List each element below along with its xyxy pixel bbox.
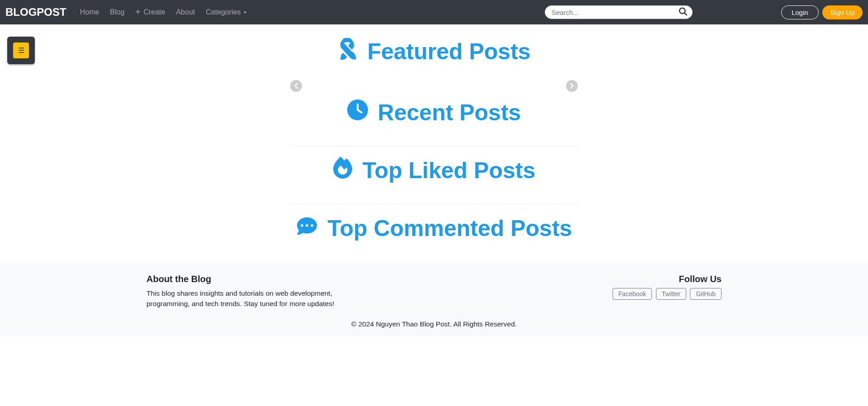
github-link[interactable]: GitHub: [690, 288, 722, 300]
nav-create[interactable]: Create: [130, 5, 170, 20]
signup-button[interactable]: Sign Up: [822, 5, 863, 19]
comment-dots-icon: [296, 215, 318, 241]
footer-about-text: This blog shares insights and tutorials …: [146, 288, 345, 309]
brand-logo[interactable]: BLOGPOST: [5, 6, 66, 19]
nav-about[interactable]: About: [170, 5, 200, 20]
search-input[interactable]: [545, 5, 693, 19]
featured-posts-heading: Featured Posts: [337, 38, 530, 65]
sidebar-toggle-box: ☰: [7, 37, 35, 64]
top-commented-title: Top Commented Posts: [328, 215, 572, 241]
top-liked-title: Top Liked Posts: [363, 157, 535, 184]
fire-icon: [333, 157, 353, 184]
featured-posts-title: Featured Posts: [367, 38, 530, 65]
search-form: [545, 5, 693, 19]
sidebar-toggle-button[interactable]: ☰: [13, 42, 29, 58]
top-commented-heading: Top Commented Posts: [296, 215, 572, 241]
carousel-prev-button[interactable]: [290, 80, 302, 94]
login-button[interactable]: Login: [781, 5, 819, 19]
carousel-next-button[interactable]: [566, 80, 578, 94]
nav-categories[interactable]: Categories: [200, 5, 252, 20]
featured-carousel: [290, 78, 578, 96]
facebook-link[interactable]: Facebook: [613, 288, 652, 300]
nav-links: Home Blog Create About Categories: [75, 5, 253, 20]
social-links: Facebook Twitter GitHub: [611, 288, 722, 300]
auth-buttons: Login Sign Up: [781, 5, 863, 19]
footer-copyright: © 2024 Nguyen Thao Blog Post. All Rights…: [146, 320, 722, 328]
divider: [290, 146, 578, 146]
plus-icon: [135, 8, 141, 16]
recent-posts-title: Recent Posts: [378, 99, 521, 126]
nav-home[interactable]: Home: [75, 5, 105, 20]
nav-blog[interactable]: Blog: [104, 5, 130, 20]
main-container: Featured Posts Recent Posts Top Liked Po…: [141, 24, 727, 254]
content: Featured Posts Recent Posts Top Liked Po…: [146, 24, 722, 254]
footer-row: About the Blog This blog shares insights…: [146, 274, 722, 309]
clock-icon: [347, 99, 368, 126]
search-button[interactable]: [675, 6, 691, 19]
footer-follow: Follow Us Facebook Twitter GitHub: [611, 274, 722, 309]
footer-about-heading: About the Blog: [146, 274, 345, 284]
navbar: BLOGPOST Home Blog Create About Categori…: [0, 0, 868, 24]
recent-posts-heading: Recent Posts: [347, 99, 521, 126]
footer: About the Blog This blog shares insights…: [0, 263, 868, 336]
nav-categories-label: Categories: [206, 8, 241, 16]
nav-create-label: Create: [143, 8, 165, 16]
twitter-link[interactable]: Twitter: [656, 288, 686, 300]
divider: [290, 204, 578, 204]
bars-icon: ☰: [18, 46, 24, 55]
chevron-down-icon: [243, 8, 247, 16]
top-liked-heading: Top Liked Posts: [333, 157, 535, 184]
footer-follow-heading: Follow Us: [611, 274, 722, 284]
search-icon: [679, 8, 687, 17]
footer-about: About the Blog This blog shares insights…: [146, 274, 345, 309]
ribbon-icon: [337, 38, 357, 65]
